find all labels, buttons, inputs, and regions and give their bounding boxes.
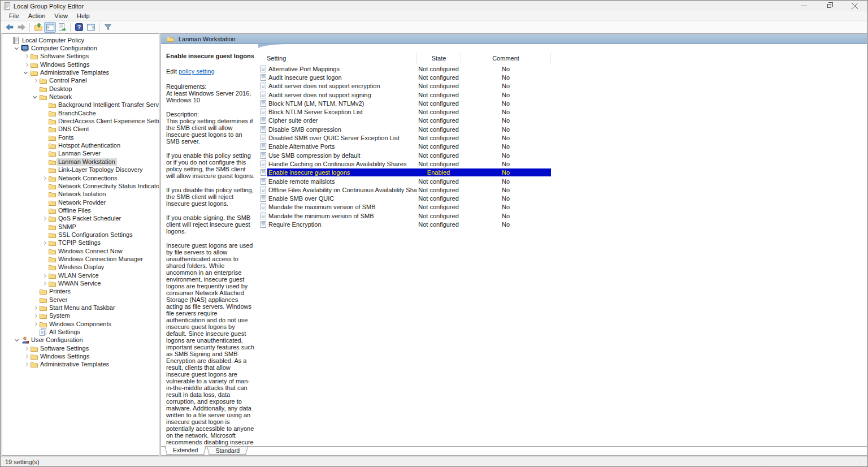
tree-item-printers[interactable]: Printers	[2, 288, 159, 296]
up-one-level-button[interactable]	[32, 22, 44, 33]
chevron-collapsed-icon[interactable]	[32, 313, 38, 319]
settings-row-handle-caching-on-continuous-availability-shares[interactable]: Handle Caching on Continuous Availabilit…	[258, 159, 867, 168]
back-button[interactable]	[3, 22, 15, 33]
chevron-expanded-icon[interactable]	[14, 45, 20, 52]
menu-action[interactable]: Action	[24, 12, 50, 20]
tree-item-branchcache[interactable]: BranchCache	[2, 109, 159, 117]
settings-row-block-ntlm-server-exception-list[interactable]: Block NTLM Server Exception ListNot conf…	[258, 107, 867, 116]
chevron-collapsed-icon[interactable]	[41, 175, 47, 181]
menu-help[interactable]: Help	[72, 12, 94, 20]
tree-item-local-computer-policy[interactable]: Local Computer Policy	[2, 36, 159, 44]
close-button[interactable]	[842, 1, 867, 11]
tree-item-software-settings[interactable]: Software Settings	[2, 344, 159, 352]
settings-row-audit-insecure-guest-logon[interactable]: Audit insecure guest logonNot configured…	[258, 73, 867, 81]
settings-row-mandate-the-minimum-version-of-smb[interactable]: Mandate the minimum version of SMBNot co…	[258, 211, 867, 220]
menu-file[interactable]: File	[5, 12, 24, 20]
tree-item-network-isolation[interactable]: Network Isolation	[2, 191, 159, 198]
tree-item-directaccess-client-experience-settings[interactable]: DirectAccess Client Experience Settings	[2, 117, 159, 125]
tree-item-windows-settings[interactable]: Windows Settings	[2, 60, 159, 68]
chevron-collapsed-icon[interactable]	[41, 280, 47, 287]
tree-item-link-layer-topology-discovery[interactable]: Link-Layer Topology Discovery	[2, 166, 159, 174]
chevron-collapsed-icon[interactable]	[32, 305, 38, 312]
settings-row-alternative-port-mappings[interactable]: Alternative Port MappingsNot configuredN…	[258, 64, 867, 73]
forward-button[interactable]	[15, 22, 27, 33]
chevron-collapsed-icon[interactable]	[41, 272, 47, 279]
tree-item-control-panel[interactable]: Control Panel	[2, 77, 159, 85]
filter-button[interactable]	[102, 22, 114, 33]
tree-item-lanman-workstation[interactable]: Lanman Workstation	[2, 158, 159, 166]
chevron-collapsed-icon[interactable]	[23, 61, 29, 68]
tab-standard[interactable]: Standard	[209, 447, 246, 455]
tree-item-administrative-templates[interactable]: Administrative Templates	[2, 361, 159, 369]
column-header-state[interactable]: State	[416, 53, 461, 63]
settings-row-disabled-smb-over-quic-server-exception-list[interactable]: Disabled SMB over QUIC Server Exception …	[258, 133, 867, 142]
settings-row-block-ntlm-lm-ntlm-ntlmv2[interactable]: Block NTLM (LM, NTLM, NTLMv2)Not configu…	[258, 99, 867, 107]
tree-item-network[interactable]: Network	[2, 93, 159, 101]
menu-view[interactable]: View	[50, 12, 72, 20]
chevron-collapsed-icon[interactable]	[32, 321, 38, 327]
tree-item-tcpip-settings[interactable]: TCPIP Settings	[2, 239, 159, 247]
tree-item-qos-packet-scheduler[interactable]: QoS Packet Scheduler	[2, 215, 159, 223]
tree-item-all-settings[interactable]: All Settings	[2, 328, 159, 336]
tree-item-desktop[interactable]: Desktop	[2, 85, 159, 93]
column-header-comment[interactable]: Comment	[461, 53, 551, 63]
tree-item-fonts[interactable]: Fonts	[2, 133, 159, 141]
tree-item-wwan-service[interactable]: WWAN Service	[2, 279, 159, 287]
chevron-expanded-icon[interactable]	[23, 70, 29, 76]
tree-item-wlan-service[interactable]: WLAN Service	[2, 271, 159, 279]
tree-item-background-intelligent-transfer-service-bits[interactable]: Background Intelligent Transfer Service …	[2, 101, 159, 109]
chevron-collapsed-icon[interactable]	[23, 53, 29, 60]
chevron-placeholder	[41, 199, 47, 206]
tree-item-offline-files[interactable]: Offline Files	[2, 206, 159, 214]
tree-item-system[interactable]: System	[2, 312, 159, 320]
tree-item-windows-connection-manager[interactable]: Windows Connection Manager	[2, 255, 159, 263]
settings-row-enable-alternative-ports[interactable]: Enable Alternative PortsNot configuredNo	[258, 142, 867, 151]
show-console-tree-button[interactable]	[44, 22, 56, 33]
chevron-collapsed-icon[interactable]	[23, 345, 29, 352]
settings-row-enable-remote-mailslots[interactable]: Enable remote mailslotsNot configuredNo	[258, 177, 867, 185]
help-button[interactable]: ?	[73, 22, 85, 33]
tree-item-lanman-server[interactable]: Lanman Server	[2, 150, 159, 158]
settings-row-offline-files-availability-on-continuous-availability-shares[interactable]: Offline Files Availability on Continuous…	[258, 185, 867, 194]
tree-item-user-configuration[interactable]: User Configuration	[2, 336, 159, 344]
tree-item-software-settings[interactable]: Software Settings	[2, 53, 159, 60]
tree-item-hotspot-authentication[interactable]: Hotspot Authentication	[2, 141, 159, 149]
tree-item-start-menu-and-taskbar[interactable]: Start Menu and Taskbar	[2, 304, 159, 312]
settings-row-cipher-suite-order[interactable]: Cipher suite orderNot configuredNo	[258, 116, 867, 125]
chevron-collapsed-icon[interactable]	[23, 361, 29, 368]
settings-row-mandate-the-maximum-version-of-smb[interactable]: Mandate the maximum version of SMBNot co…	[258, 203, 867, 211]
tree-item-wireless-display[interactable]: Wireless Display	[2, 263, 159, 271]
edit-policy-setting-link[interactable]: policy setting	[179, 68, 215, 75]
tree-item-administrative-templates[interactable]: Administrative Templates	[2, 68, 159, 76]
tab-extended[interactable]: Extended	[166, 446, 205, 455]
column-header-setting[interactable]: Setting	[258, 53, 416, 63]
tree-item-computer-configuration[interactable]: Computer Configuration	[2, 44, 159, 52]
tree-item-network-connectivity-status-indicator[interactable]: Network Connectivity Status Indicator	[2, 182, 159, 190]
tree-item-dns-client[interactable]: DNS Client	[2, 126, 159, 133]
settings-row-disable-smb-compression[interactable]: Disable SMB compressionNot configuredNo	[258, 125, 867, 133]
tree-item-server[interactable]: Server	[2, 296, 159, 304]
show-action-pane-button[interactable]	[85, 22, 97, 33]
tree-item-ssl-configuration-settings[interactable]: SSL Configuration Settings	[2, 231, 159, 239]
chevron-collapsed-icon[interactable]	[41, 215, 47, 222]
settings-row-enable-smb-over-quic[interactable]: Enable SMB over QUICNot configuredNo	[258, 194, 867, 202]
chevron-collapsed-icon[interactable]	[41, 240, 47, 247]
chevron-collapsed-icon[interactable]	[23, 353, 29, 360]
export-list-button[interactable]	[56, 22, 68, 33]
tree-item-windows-components[interactable]: Windows Components	[2, 320, 159, 328]
tree-item-snmp[interactable]: SNMP	[2, 223, 159, 231]
tree-item-network-connections[interactable]: Network Connections	[2, 174, 159, 182]
chevron-expanded-icon[interactable]	[32, 94, 38, 101]
restore-button[interactable]	[817, 1, 842, 11]
minimize-button[interactable]	[791, 1, 817, 11]
settings-row-enable-insecure-guest-logons[interactable]: Enable insecure guest logonsEnabledNo	[258, 168, 867, 177]
chevron-collapsed-icon[interactable]	[32, 77, 38, 84]
settings-row-use-smb-compression-by-default[interactable]: Use SMB compression by defaultNot config…	[258, 151, 867, 159]
settings-row-require-encryption[interactable]: Require EncryptionNot configuredNo	[258, 220, 867, 228]
tree-item-windows-connect-now[interactable]: Windows Connect Now	[2, 247, 159, 255]
chevron-expanded-icon[interactable]	[14, 337, 20, 344]
settings-row-audit-server-does-not-support-encryption[interactable]: Audit server does not support encryption…	[258, 82, 867, 90]
settings-row-audit-server-does-not-support-signing[interactable]: Audit server does not support signingNot…	[258, 90, 867, 99]
tree-item-windows-settings[interactable]: Windows Settings	[2, 352, 159, 360]
tree-item-network-provider[interactable]: Network Provider	[2, 198, 159, 206]
